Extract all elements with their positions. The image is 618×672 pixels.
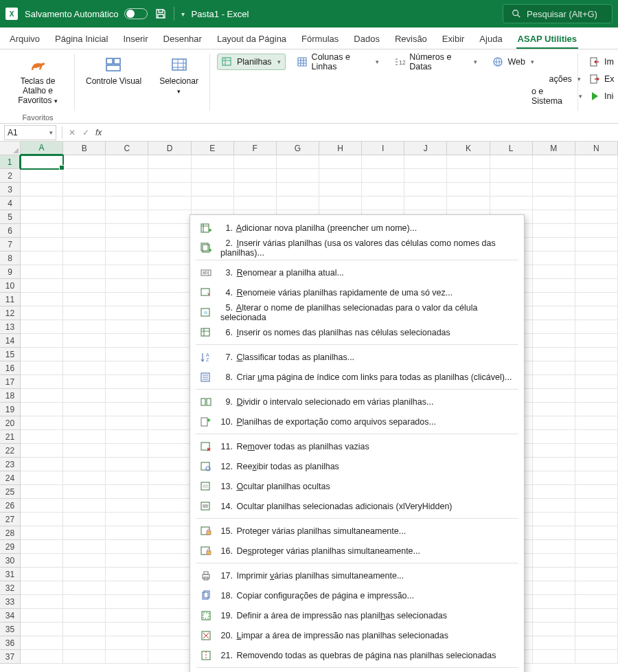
cell[interactable] (319, 155, 362, 169)
cell[interactable] (63, 581, 106, 595)
cell[interactable] (575, 224, 618, 238)
cell[interactable] (106, 513, 148, 526)
cell[interactable] (148, 403, 191, 416)
row-header[interactable]: 18 (0, 389, 21, 403)
cell[interactable] (575, 430, 618, 444)
name-box[interactable]: A1▾ (4, 125, 56, 140)
row-header[interactable]: 19 (0, 403, 21, 416)
cell[interactable] (21, 526, 63, 540)
column-header[interactable]: I (362, 142, 404, 155)
cell[interactable] (533, 224, 575, 238)
cell[interactable] (106, 568, 148, 581)
cell[interactable] (575, 650, 618, 664)
column-header[interactable]: C (106, 142, 148, 155)
row-header[interactable]: 11 (0, 293, 21, 306)
cell[interactable] (148, 416, 191, 430)
cell[interactable] (575, 416, 618, 430)
cell[interactable] (106, 293, 148, 306)
menu-item-13[interactable]: 13. Ocultar planilhas ocultas (190, 476, 524, 496)
row-header[interactable]: 12 (0, 306, 21, 320)
cell[interactable] (490, 169, 533, 183)
cell[interactable] (447, 169, 490, 183)
cell[interactable] (63, 155, 106, 169)
cell[interactable] (404, 197, 447, 210)
cell[interactable] (21, 306, 63, 320)
cell[interactable] (106, 540, 148, 554)
cell[interactable] (575, 540, 618, 554)
cell[interactable] (575, 403, 618, 416)
cell[interactable] (21, 293, 63, 306)
cell[interactable] (533, 650, 575, 664)
cell[interactable] (106, 389, 148, 403)
cell[interactable] (106, 251, 148, 265)
cell[interactable] (106, 403, 148, 416)
cell[interactable] (277, 155, 319, 169)
cell[interactable] (533, 389, 575, 403)
menu-item-19[interactable]: 19. Definir a área de impressão nas plan… (190, 605, 524, 625)
cell[interactable] (21, 623, 63, 636)
cell[interactable] (575, 306, 618, 320)
cell[interactable] (63, 183, 106, 197)
cell[interactable] (404, 155, 447, 169)
menu-item-9[interactable]: 9. Dividir o intervalo selecionado em vá… (190, 392, 524, 412)
cell[interactable] (533, 595, 575, 609)
cell[interactable] (21, 430, 63, 444)
acoes-menu-button-fragment[interactable]: ações▾ (547, 71, 585, 87)
cell[interactable] (575, 210, 618, 224)
visual-control-button[interactable]: Controle Visual (82, 52, 146, 89)
cell[interactable] (63, 499, 106, 513)
row-header[interactable]: 21 (0, 430, 21, 444)
cell[interactable] (21, 183, 63, 197)
cell[interactable] (21, 238, 63, 251)
cell[interactable] (533, 554, 575, 568)
cell[interactable] (148, 334, 191, 348)
cell[interactable] (575, 513, 618, 526)
row-header[interactable]: 14 (0, 334, 21, 348)
cell[interactable] (21, 155, 63, 169)
hotkeys-favorites-button[interactable]: Teclas de Atalho e Favoritos ▾ (8, 52, 67, 108)
web-menu-button[interactable]: Web▾ (488, 54, 538, 70)
cell[interactable] (21, 581, 63, 595)
cell[interactable] (63, 403, 106, 416)
cell[interactable] (533, 155, 575, 169)
cell[interactable] (21, 361, 63, 375)
cell[interactable] (106, 554, 148, 568)
cell[interactable] (234, 169, 277, 183)
cell[interactable] (533, 320, 575, 334)
row-header[interactable]: 30 (0, 554, 21, 568)
cell[interactable] (533, 609, 575, 623)
menu-item-17[interactable]: 17. Imprimir várias planilhas simultanea… (190, 565, 524, 585)
cell[interactable] (63, 238, 106, 251)
cell[interactable] (533, 197, 575, 210)
cell[interactable] (533, 416, 575, 430)
cell[interactable] (192, 169, 234, 183)
row-header[interactable]: 37 (0, 650, 21, 664)
cell[interactable] (533, 183, 575, 197)
row-header[interactable]: 24 (0, 471, 21, 485)
column-header[interactable]: L (490, 142, 533, 155)
cell[interactable] (148, 169, 191, 183)
tab-exibir[interactable]: Exibir (441, 30, 466, 49)
cell[interactable] (21, 458, 63, 471)
cell[interactable] (533, 348, 575, 361)
cell[interactable] (575, 183, 618, 197)
column-header[interactable]: H (319, 142, 362, 155)
cell[interactable] (362, 155, 404, 169)
menu-item-7[interactable]: AZ7. Classificar todas as planilhas... (190, 347, 524, 367)
cell[interactable] (21, 636, 63, 650)
cell[interactable] (148, 197, 191, 210)
column-header[interactable]: A (21, 142, 63, 155)
cell[interactable] (575, 636, 618, 650)
column-header[interactable]: F (234, 142, 277, 155)
cell[interactable] (533, 265, 575, 279)
cell[interactable] (575, 251, 618, 265)
cell[interactable] (575, 375, 618, 389)
row-header[interactable]: 1 (0, 155, 21, 169)
cell[interactable] (148, 265, 191, 279)
cell[interactable] (63, 636, 106, 650)
cell[interactable] (21, 540, 63, 554)
row-header[interactable]: 3 (0, 183, 21, 197)
cell[interactable] (533, 540, 575, 554)
select-button[interactable]: Selecionar▾ (155, 52, 203, 99)
cell[interactable] (148, 279, 191, 293)
